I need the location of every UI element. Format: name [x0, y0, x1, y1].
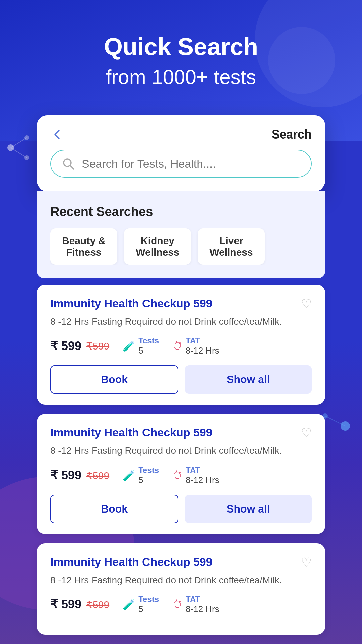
card-2-price: ₹ 599 ₹599	[50, 468, 109, 482]
card-1-tests-label: Tests	[138, 336, 159, 345]
product-card-2: Immunity Health Checkup 599 ♡ 8 -12 Hrs …	[37, 414, 325, 534]
card-1-header: Immunity Health Checkup 599 ♡	[50, 297, 312, 311]
card-2-tat-label: TAT	[186, 466, 219, 475]
card-3-price-current: ₹ 599	[50, 597, 81, 611]
search-icon	[61, 156, 76, 171]
card-2-book-button[interactable]: Book	[50, 495, 178, 523]
search-input-wrapper[interactable]	[50, 150, 312, 178]
product-card-1: Immunity Health Checkup 599 ♡ 8 -12 Hrs …	[37, 285, 325, 405]
product-card-3: Immunity Health Checkup 599 ♡ 8 -12 Hrs …	[37, 543, 325, 635]
back-arrow-icon	[50, 128, 64, 141]
product-cards-section: Immunity Health Checkup 599 ♡ 8 -12 Hrs …	[37, 285, 325, 635]
card-1-tests-value: 5	[138, 345, 159, 356]
card-1-tat-meta: ⏱ TAT 8-12 Hrs	[172, 336, 219, 356]
card-1-title: Immunity Health Checkup 599	[50, 297, 213, 310]
card-1-meta: ₹ 599 ₹599 🧪 Tests 5 ⏱ TAT 8-12 Hrs	[50, 336, 312, 356]
search-card: Search	[37, 115, 325, 191]
recent-searches-title: Recent Searches	[50, 205, 312, 219]
card-3-header: Immunity Health Checkup 599 ♡	[50, 555, 312, 570]
card-2-favorite-icon[interactable]: ♡	[301, 426, 312, 440]
card-2-tests-meta: 🧪 Tests 5	[123, 466, 159, 485]
card-2-price-current: ₹ 599	[50, 468, 81, 482]
recent-searches-section: Recent Searches Beauty &Fitness KidneyWe…	[37, 191, 325, 278]
card-1-tat-label: TAT	[186, 336, 219, 345]
card-3-tests-value: 5	[138, 604, 159, 614]
card-1-book-button[interactable]: Book	[50, 365, 178, 394]
card-2-show-all-button[interactable]: Show all	[185, 495, 312, 523]
back-button[interactable]	[50, 128, 64, 141]
card-2-tat-value: 8-12 Hrs	[186, 475, 219, 485]
card-3-price-original: ₹599	[86, 599, 109, 610]
card-2-test-tube-icon: 🧪	[123, 470, 135, 481]
svg-line-11	[70, 165, 74, 169]
card-2-header: Immunity Health Checkup 599 ♡	[50, 426, 312, 440]
card-3-tests-meta: 🧪 Tests 5	[123, 595, 159, 614]
card-3-title: Immunity Health Checkup 599	[50, 555, 213, 569]
card-1-description: 8 -12 Hrs Fasting Required do not Drink …	[50, 315, 312, 328]
card-3-price: ₹ 599 ₹599	[50, 597, 109, 611]
card-1-actions: Book Show all	[50, 365, 312, 394]
card-1-test-tube-icon: 🧪	[123, 340, 135, 352]
card-2-tests-label: Tests	[138, 466, 159, 475]
recent-tags-list: Beauty &Fitness KidneyWellness LiverWell…	[50, 228, 312, 265]
card-1-tests-meta: 🧪 Tests 5	[123, 336, 159, 356]
recent-tag-liver-wellness[interactable]: LiverWellness	[198, 228, 265, 265]
card-1-price-current: ₹ 599	[50, 339, 81, 353]
card-2-price-original: ₹599	[86, 470, 109, 481]
card-1-show-all-button[interactable]: Show all	[185, 365, 312, 394]
card-2-description: 8 -12 Hrs Fasting Required do not Drink …	[50, 444, 312, 457]
card-1-favorite-icon[interactable]: ♡	[301, 297, 312, 311]
card-3-test-tube-icon: 🧪	[123, 599, 135, 610]
card-2-actions: Book Show all	[50, 495, 312, 523]
hero-section: Quick Search from 1000+ tests	[0, 0, 362, 109]
recent-tag-kidney-wellness[interactable]: KidneyWellness	[124, 228, 191, 265]
card-2-tests-value: 5	[138, 475, 159, 485]
card-3-tat-label: TAT	[186, 595, 219, 604]
card-2-meta: ₹ 599 ₹599 🧪 Tests 5 ⏱ TAT 8-12 Hrs	[50, 466, 312, 485]
card-2-title: Immunity Health Checkup 599	[50, 426, 213, 439]
card-1-tat-value: 8-12 Hrs	[186, 345, 219, 356]
recent-tag-beauty-fitness[interactable]: Beauty &Fitness	[50, 228, 117, 265]
card-3-tat-value: 8-12 Hrs	[186, 604, 219, 614]
card-3-tests-label: Tests	[138, 595, 159, 604]
card-1-price: ₹ 599 ₹599	[50, 339, 109, 353]
search-card-header: Search	[50, 127, 312, 142]
card-3-meta: ₹ 599 ₹599 🧪 Tests 5 ⏱ TAT 8-12 Hrs	[50, 595, 312, 614]
hero-title: Quick Search	[104, 34, 258, 60]
card-2-tat-meta: ⏱ TAT 8-12 Hrs	[172, 466, 219, 485]
card-3-favorite-icon[interactable]: ♡	[301, 555, 312, 570]
card-1-price-original: ₹599	[86, 340, 109, 352]
card-2-clock-icon: ⏱	[172, 470, 182, 481]
hero-subtitle: from 1000+ tests	[106, 65, 256, 89]
card-3-tat-meta: ⏱ TAT 8-12 Hrs	[172, 595, 219, 614]
card-3-description: 8 -12 Hrs Fasting Required do not Drink …	[50, 574, 312, 587]
search-header-label: Search	[272, 127, 312, 142]
card-3-clock-icon: ⏱	[172, 599, 182, 610]
card-1-clock-icon: ⏱	[172, 340, 182, 352]
search-input[interactable]	[82, 157, 301, 170]
